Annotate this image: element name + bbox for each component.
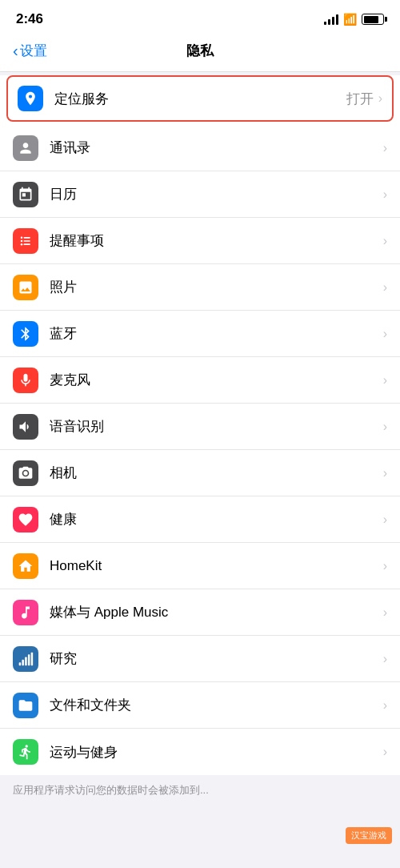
- chevron-icon: ›: [383, 373, 387, 388]
- chevron-icon: ›: [383, 745, 387, 759]
- chevron-icon: ›: [383, 234, 387, 248]
- back-button[interactable]: ‹ 设置: [13, 42, 47, 60]
- calendar-icon: [13, 182, 38, 207]
- chevron-icon: ›: [383, 187, 387, 202]
- item-label-health: 健康: [50, 510, 383, 528]
- svg-rect-8: [25, 657, 27, 665]
- wifi-icon: 📶: [343, 13, 357, 26]
- svg-rect-7: [22, 659, 24, 665]
- svg-point-2: [21, 239, 23, 242]
- svg-point-4: [21, 243, 23, 245]
- signal-icon: [324, 14, 338, 25]
- contacts-icon: [13, 135, 38, 161]
- chevron-icon: ›: [383, 420, 387, 434]
- photos-icon: [13, 275, 38, 300]
- list-item-camera[interactable]: 相机 ›: [0, 450, 400, 496]
- chevron-icon: ›: [383, 280, 387, 295]
- bottom-hint: 应用程序请求访问您的数据时会被添加到...: [0, 775, 400, 806]
- fitness-icon: [13, 739, 38, 765]
- svg-rect-5: [24, 243, 30, 245]
- item-label-research: 研究: [50, 649, 383, 668]
- back-chevron-icon: ‹: [13, 42, 18, 60]
- chevron-icon: ›: [383, 605, 387, 620]
- svg-rect-9: [28, 654, 30, 665]
- microphone-icon: [13, 368, 38, 393]
- research-icon: [13, 646, 38, 672]
- location-icon: [18, 86, 43, 111]
- list-item-files[interactable]: 文件和文件夹 ›: [0, 682, 400, 729]
- list-item-homekit[interactable]: HomeKit ›: [0, 543, 400, 589]
- svg-rect-3: [24, 240, 30, 242]
- list-item-calendar[interactable]: 日历 ›: [0, 171, 400, 218]
- item-label-reminders: 提醒事项: [50, 231, 383, 250]
- item-label-contacts: 通讯录: [50, 139, 383, 157]
- chevron-icon: ›: [383, 652, 387, 666]
- list-item-media[interactable]: 媒体与 Apple Music ›: [0, 589, 400, 636]
- back-label: 设置: [20, 42, 47, 60]
- page-title: 隐私: [186, 42, 214, 60]
- camera-icon: [13, 460, 38, 486]
- item-label-media: 媒体与 Apple Music: [50, 603, 383, 621]
- status-bar: 2:46 📶: [0, 0, 400, 34]
- reminders-icon: [13, 228, 38, 254]
- homekit-icon: [13, 553, 38, 579]
- item-label-homekit: HomeKit: [50, 558, 383, 574]
- item-label-location: 定位服务: [54, 90, 346, 108]
- list-item-microphone[interactable]: 麦克风 ›: [0, 357, 400, 404]
- chevron-icon: ›: [378, 91, 382, 106]
- item-label-camera: 相机: [50, 464, 383, 482]
- chevron-icon: ›: [383, 141, 387, 155]
- svg-rect-6: [19, 662, 22, 665]
- bluetooth-icon: [13, 321, 38, 347]
- item-label-microphone: 麦克风: [50, 371, 383, 389]
- svg-rect-10: [31, 652, 34, 665]
- list-item-bluetooth[interactable]: 蓝牙 ›: [0, 311, 400, 357]
- nav-bar: ‹ 设置 隐私: [0, 34, 400, 72]
- status-icons: 📶: [324, 13, 384, 26]
- item-label-calendar: 日历: [50, 185, 383, 203]
- privacy-list: 定位服务 打开 › 通讯录 › 日历 › 提醒事项 ›: [0, 75, 400, 775]
- list-item-speech[interactable]: 语音识别 ›: [0, 404, 400, 450]
- speech-icon: [13, 414, 38, 440]
- list-item-photos[interactable]: 照片 ›: [0, 264, 400, 311]
- chevron-icon: ›: [383, 466, 387, 480]
- item-label-bluetooth: 蓝牙: [50, 324, 383, 343]
- files-icon: [13, 693, 38, 718]
- status-time: 2:46: [16, 11, 43, 27]
- music-icon: [13, 600, 38, 625]
- list-item-research[interactable]: 研究 ›: [0, 636, 400, 682]
- chevron-icon: ›: [383, 327, 387, 341]
- chevron-icon: ›: [383, 698, 387, 713]
- svg-rect-1: [24, 237, 30, 239]
- item-value-location: 打开: [346, 90, 374, 108]
- list-item-location[interactable]: 定位服务 打开 ›: [6, 75, 394, 122]
- list-item-fitness[interactable]: 运动与健身 ›: [0, 729, 400, 775]
- item-label-fitness: 运动与健身: [50, 743, 383, 762]
- list-item-reminders[interactable]: 提醒事项 ›: [0, 218, 400, 264]
- svg-point-0: [21, 236, 23, 239]
- watermark: 汉宝游戏: [346, 827, 392, 844]
- item-label-files: 文件和文件夹: [50, 696, 383, 714]
- chevron-icon: ›: [383, 559, 387, 573]
- list-item-health[interactable]: 健康 ›: [0, 496, 400, 543]
- item-label-photos: 照片: [50, 278, 383, 296]
- battery-icon: [362, 14, 384, 25]
- item-label-speech: 语音识别: [50, 417, 383, 436]
- health-icon: [13, 507, 38, 532]
- list-item-contacts[interactable]: 通讯录 ›: [0, 125, 400, 171]
- chevron-icon: ›: [383, 512, 387, 527]
